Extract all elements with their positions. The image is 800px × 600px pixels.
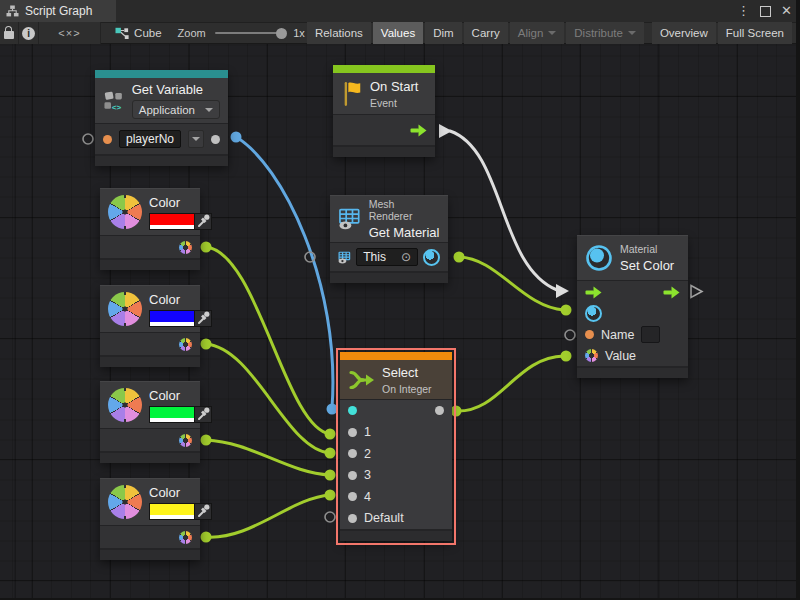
port-select-default-unconnected[interactable] bbox=[325, 512, 335, 522]
node-footer bbox=[100, 453, 200, 463]
port-case-4-input[interactable] bbox=[348, 492, 357, 501]
distribute-dropdown[interactable]: Distribute bbox=[566, 22, 644, 44]
wire-onstart-to-setcolor-exec[interactable] bbox=[439, 124, 569, 298]
port-color-output[interactable] bbox=[179, 531, 192, 544]
wire-color4-to-select-4[interactable] bbox=[201, 490, 336, 543]
variable-name-dropdown-button[interactable] bbox=[188, 130, 204, 148]
variable-name-field[interactable]: playerNo bbox=[119, 130, 181, 148]
object-picker-icon[interactable]: ⊙ bbox=[401, 251, 411, 263]
port-material-input[interactable] bbox=[585, 305, 602, 322]
node-subtitle: On Integer bbox=[382, 383, 432, 395]
node-title: Color bbox=[149, 485, 212, 500]
wire-color3-to-select-3[interactable] bbox=[201, 435, 336, 481]
target-field[interactable]: This ⊙ bbox=[356, 248, 418, 266]
eyedropper-button[interactable] bbox=[195, 310, 212, 327]
wire-select-to-setcolor-value[interactable] bbox=[451, 351, 572, 417]
mesh-renderer-icon bbox=[338, 208, 362, 230]
name-value-field[interactable] bbox=[641, 326, 660, 343]
tab-title: Script Graph bbox=[25, 4, 92, 18]
node-set-color[interactable]: Material Set Color Name Value bbox=[577, 235, 688, 378]
node-get-material[interactable]: Mesh Renderer Get Material This ⊙ bbox=[330, 195, 448, 283]
port-exec-output-arrow-icon[interactable] bbox=[663, 286, 680, 299]
window-right-edge bbox=[796, 0, 800, 600]
node-select[interactable]: Select On Integer 1 2 3 4 Default bbox=[340, 352, 452, 541]
port-exec-output-arrow-icon[interactable] bbox=[410, 124, 427, 137]
port-color-output[interactable] bbox=[179, 338, 192, 351]
zoom-label: Zoom bbox=[178, 27, 206, 39]
wire-getmaterial-to-setcolor-material[interactable] bbox=[454, 252, 572, 316]
variable-scope-dropdown[interactable]: Application bbox=[132, 100, 220, 119]
port-variable-name-input[interactable] bbox=[103, 135, 112, 144]
port-exec-input-arrow-icon[interactable] bbox=[585, 286, 602, 299]
node-title: Color bbox=[149, 195, 212, 210]
port-case-label: 4 bbox=[364, 490, 371, 504]
node-color-bar bbox=[333, 65, 435, 73]
code-preview-button[interactable]: <×> bbox=[39, 22, 101, 44]
zoom-slider-handle[interactable] bbox=[276, 28, 287, 39]
port-variable-value-output[interactable] bbox=[211, 135, 220, 144]
close-icon[interactable]: ✕ bbox=[781, 0, 792, 22]
port-color-output[interactable] bbox=[179, 241, 192, 254]
port-name-input[interactable] bbox=[585, 330, 594, 339]
node-get-variable[interactable]: <> Get Variable Application playerNo bbox=[95, 70, 228, 166]
port-value-input[interactable] bbox=[585, 349, 598, 362]
node-color-blue[interactable]: Color bbox=[100, 285, 200, 367]
port-selection-output[interactable] bbox=[435, 406, 444, 415]
node-color-red[interactable]: Color bbox=[100, 188, 200, 270]
overview-button[interactable]: Overview bbox=[652, 22, 716, 44]
color-swatch[interactable] bbox=[149, 503, 195, 520]
port-case-1-input[interactable] bbox=[348, 428, 357, 437]
node-title: Get Variable bbox=[132, 82, 220, 97]
color-swatch[interactable] bbox=[149, 310, 195, 327]
align-dropdown[interactable]: Align bbox=[510, 22, 565, 44]
relations-button[interactable]: Relations bbox=[307, 22, 371, 44]
port-case-2-input[interactable] bbox=[348, 449, 357, 458]
caret-down-icon bbox=[192, 137, 200, 141]
node-title: Select bbox=[382, 365, 432, 380]
graph-target-breadcrumb[interactable]: Cube bbox=[115, 27, 162, 40]
maximize-icon[interactable] bbox=[760, 6, 771, 17]
port-selector-input[interactable] bbox=[348, 406, 357, 415]
eyedropper-button[interactable] bbox=[195, 213, 212, 230]
graph-icon bbox=[6, 5, 19, 17]
node-color-yellow[interactable]: Color bbox=[100, 478, 200, 560]
zoom-slider[interactable] bbox=[215, 32, 286, 34]
mesh-renderer-mini-icon bbox=[338, 251, 351, 264]
variable-scope-value: Application bbox=[139, 104, 195, 116]
node-footer bbox=[100, 550, 200, 560]
port-value-label: Value bbox=[605, 349, 636, 363]
info-button[interactable]: i bbox=[19, 22, 38, 44]
eyedropper-icon bbox=[197, 407, 210, 421]
toolbar-button-group: Relations Values Dim Carry Align Distrib… bbox=[305, 22, 792, 44]
node-footer bbox=[95, 156, 228, 166]
graph-target-icon bbox=[115, 27, 129, 40]
eyedropper-button[interactable] bbox=[195, 406, 212, 423]
caret-down-icon bbox=[548, 31, 556, 35]
color-swatch[interactable] bbox=[149, 406, 195, 423]
eyedropper-button[interactable] bbox=[195, 503, 212, 520]
carry-button[interactable]: Carry bbox=[464, 22, 508, 44]
window-tab-bar: Script Graph ⋮ ✕ bbox=[0, 0, 800, 22]
kebab-menu-icon[interactable]: ⋮ bbox=[737, 0, 750, 22]
tab-script-graph[interactable]: Script Graph bbox=[0, 0, 116, 22]
eyedropper-icon bbox=[197, 214, 210, 228]
port-setcolor-exec-out-unconnected[interactable] bbox=[691, 286, 702, 298]
port-case-3-input[interactable] bbox=[348, 471, 357, 480]
code-icon: <×> bbox=[58, 27, 80, 39]
node-component: Mesh Renderer bbox=[369, 198, 440, 222]
full-screen-button[interactable]: Full Screen bbox=[718, 22, 792, 44]
color-swatch[interactable] bbox=[149, 213, 195, 230]
port-color-output[interactable] bbox=[179, 434, 192, 447]
node-title: Get Material bbox=[369, 225, 440, 240]
node-subtitle: Event bbox=[370, 97, 418, 109]
port-setcolor-name-unconnected[interactable] bbox=[565, 330, 575, 340]
graph-toolbar: i <×> Cube Zoom 1x Relations Values Dim … bbox=[0, 22, 800, 44]
dim-button[interactable]: Dim bbox=[425, 22, 461, 44]
port-default-input[interactable] bbox=[348, 514, 357, 523]
port-getvariable-object-unconnected[interactable] bbox=[83, 134, 93, 144]
node-on-start[interactable]: On Start Event bbox=[333, 65, 435, 157]
port-material-output[interactable] bbox=[423, 249, 440, 266]
lock-button[interactable] bbox=[0, 22, 19, 44]
values-button[interactable]: Values bbox=[373, 22, 423, 44]
node-color-green[interactable]: Color bbox=[100, 381, 200, 463]
